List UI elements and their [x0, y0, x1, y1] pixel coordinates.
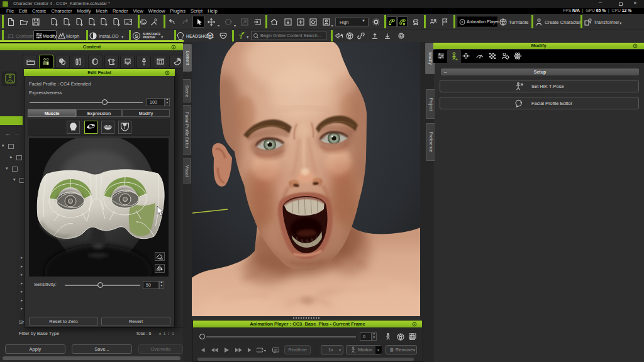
svg-text:S: S: [135, 33, 138, 39]
